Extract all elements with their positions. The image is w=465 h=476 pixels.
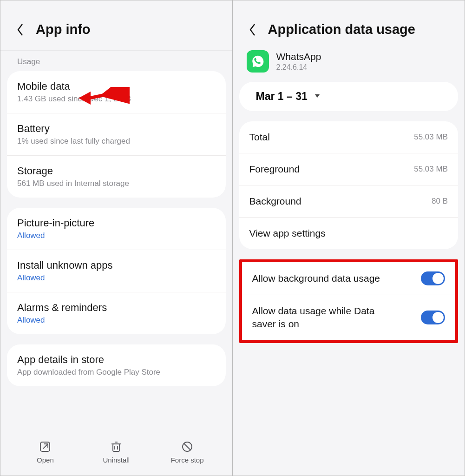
uninstall-label: Uninstall [103, 456, 130, 464]
stop-icon [181, 440, 194, 453]
stats-card: Total 55.03 MB Foreground 55.03 MB Backg… [239, 121, 458, 249]
row-allow-background-data[interactable]: Allow background data usage [242, 262, 456, 295]
row-alarms-reminders[interactable]: Alarms & reminders Allowed [7, 292, 226, 334]
date-range-selector[interactable]: Mar 1 – 31 [239, 82, 458, 111]
row-app-details-in-store[interactable]: App details in store App downloaded from… [7, 344, 226, 386]
page-title: Application data usage [268, 22, 415, 37]
row-title: Storage [17, 165, 216, 177]
header: App info [0, 0, 232, 50]
row-picture-in-picture[interactable]: Picture-in-picture Allowed [7, 208, 226, 250]
force-stop-label: Force stop [171, 456, 204, 464]
back-icon[interactable] [14, 24, 26, 36]
open-label: Open [37, 456, 54, 464]
date-range-text: Mar 1 – 31 [256, 90, 308, 103]
stat-label: Total [249, 132, 270, 143]
app-info-screen: App info Usage Mobile data 1.43 GB used … [0, 0, 233, 476]
row-title: Mobile data [17, 80, 216, 93]
row-title: Battery [17, 123, 216, 135]
app-version: 2.24.6.14 [276, 63, 321, 72]
row-allow-data-saver[interactable]: Allow data usage while Data saver is on [242, 295, 456, 340]
row-mobile-data[interactable]: Mobile data 1.43 GB used since Dec 1, 20… [7, 71, 226, 113]
row-status-link: Allowed [17, 273, 216, 283]
stat-background: Background 80 B [239, 185, 458, 217]
row-install-unknown-apps[interactable]: Install unknown apps Allowed [7, 250, 226, 292]
svg-line-8 [184, 443, 190, 450]
stat-total: Total 55.03 MB [239, 121, 458, 153]
toggle-label: Allow data usage while Data saver is on [252, 304, 401, 331]
app-name: WhatsApp [276, 51, 321, 62]
stat-value: 80 B [432, 197, 448, 206]
view-app-settings-link[interactable]: View app settings [239, 217, 458, 249]
row-title: Alarms & reminders [17, 302, 216, 314]
data-usage-screen: Application data usage WhatsApp 2.24.6.1… [233, 0, 465, 476]
uninstall-button[interactable]: Uninstall [81, 440, 152, 464]
row-title: Picture-in-picture [17, 217, 216, 229]
row-sub: 1% used since last fully charged [17, 137, 216, 146]
dropdown-caret-icon [314, 93, 321, 101]
whatsapp-icon [247, 50, 269, 73]
row-sub: 1.43 GB used since Dec 1, 2023 [17, 94, 216, 104]
row-status-link: Allowed [17, 316, 216, 325]
back-icon[interactable] [247, 24, 259, 36]
stat-label: Foreground [249, 164, 300, 175]
row-status-link: Allowed [17, 231, 216, 240]
toggle-allow-background-data[interactable] [421, 271, 445, 285]
header: Application data usage [233, 0, 465, 50]
row-sub: 561 MB used in Internal storage [17, 179, 216, 188]
permissions-card: Picture-in-picture Allowed Install unkno… [7, 208, 226, 334]
toggle-allow-data-saver[interactable] [421, 311, 445, 324]
row-title: App details in store [17, 354, 216, 366]
row-battery[interactable]: Battery 1% used since last fully charged [7, 113, 226, 155]
stat-foreground: Foreground 55.03 MB [239, 153, 458, 185]
svg-rect-2 [113, 444, 119, 451]
force-stop-button[interactable]: Force stop [152, 440, 223, 464]
stat-value: 55.03 MB [414, 132, 448, 142]
stat-label: Background [249, 196, 301, 207]
row-sub: App downloaded from Google Play Store [17, 368, 216, 377]
bottom-bar: Open Uninstall Force stop [0, 431, 232, 476]
usage-card: Mobile data 1.43 GB used since Dec 1, 20… [7, 71, 226, 198]
stat-value: 55.03 MB [414, 165, 448, 174]
toggle-label: Allow background data usage [252, 272, 380, 285]
app-meta: WhatsApp 2.24.6.14 [276, 51, 321, 72]
open-icon [39, 440, 52, 453]
page-title: App info [36, 22, 91, 37]
store-card: App details in store App downloaded from… [7, 344, 226, 386]
section-label-usage: Usage [0, 51, 232, 71]
row-storage[interactable]: Storage 561 MB used in Internal storage [7, 155, 226, 198]
open-button[interactable]: Open [10, 440, 81, 464]
svg-marker-11 [315, 94, 320, 98]
row-title: Install unknown apps [17, 259, 216, 271]
app-header: WhatsApp 2.24.6.14 [233, 50, 465, 80]
svg-line-1 [43, 444, 48, 449]
annotation-highlight-box: Allow background data usage Allow data u… [239, 259, 458, 343]
view-app-settings-label: View app settings [249, 228, 326, 238]
trash-icon [110, 440, 123, 453]
